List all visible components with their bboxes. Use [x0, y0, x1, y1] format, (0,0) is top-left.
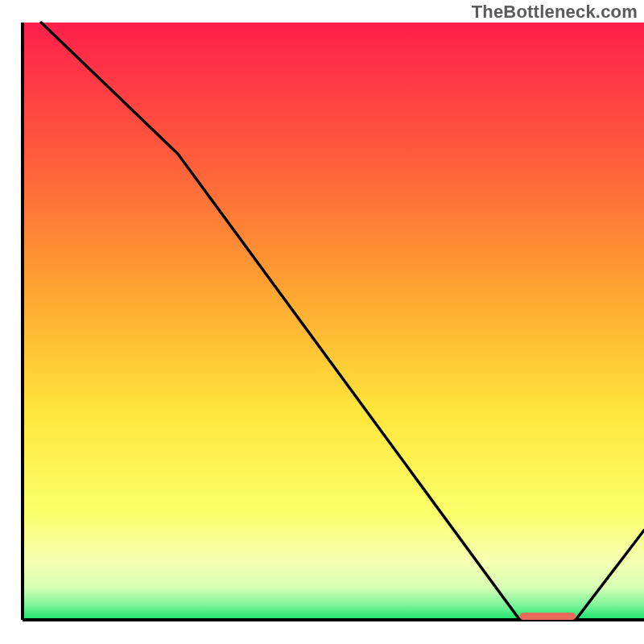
min-marker [520, 613, 576, 620]
chart-svg [0, 0, 644, 644]
plot-background [23, 23, 644, 620]
chart-stage: TheBottleneck.com [0, 0, 644, 644]
